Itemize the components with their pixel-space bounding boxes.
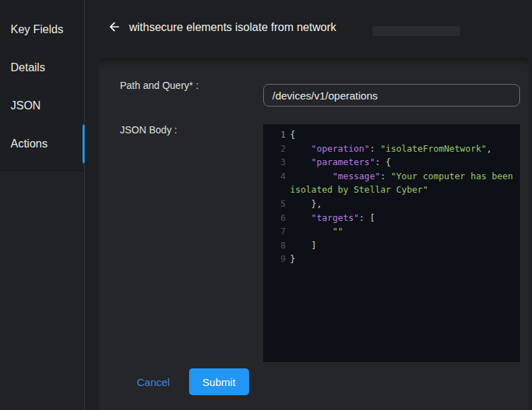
sidebar-nav: Key FieldsDetailsJSONActions bbox=[0, 0, 84, 171]
code-content: "operation": "isolateFromNetwork", bbox=[290, 142, 520, 156]
line-number: 5 bbox=[269, 197, 286, 211]
code-content: { bbox=[290, 128, 520, 142]
line-number: 1 bbox=[269, 128, 286, 142]
code-content: "targets": [ bbox=[290, 211, 520, 225]
code-line: 6 "targets": [ bbox=[269, 211, 520, 225]
line-number: 4 bbox=[269, 169, 286, 197]
json-code-editor[interactable]: 1{2 "operation": "isolateFromNetwork",3 … bbox=[263, 124, 520, 362]
sidebar-item-actions[interactable]: Actions bbox=[0, 125, 84, 163]
code-content: } bbox=[290, 252, 520, 266]
code-line: 5 }, bbox=[269, 197, 520, 211]
json-body-label: JSON Body : bbox=[120, 124, 263, 135]
path-query-input[interactable] bbox=[263, 84, 520, 107]
sidebar-item-key-fields[interactable]: Key Fields bbox=[0, 11, 84, 49]
code-content: "parameters": { bbox=[290, 155, 520, 169]
path-query-label: Path and Query* : bbox=[120, 80, 263, 91]
sidebar-item-details[interactable]: Details bbox=[0, 49, 84, 87]
form-card: Path and Query* : JSON Body : 1{2 "opera… bbox=[99, 58, 529, 410]
sidebar-item-label: JSON bbox=[11, 100, 41, 112]
code-line: 4 "message": "Your computer has been iso… bbox=[269, 169, 520, 197]
line-number: 2 bbox=[269, 142, 286, 156]
line-number: 6 bbox=[269, 211, 286, 225]
code-content: "message": "Your computer has been isola… bbox=[290, 169, 520, 197]
sidebar: Key FieldsDetailsJSONActions bbox=[0, 0, 85, 410]
code-line: 1{ bbox=[269, 128, 520, 142]
code-line: 9} bbox=[269, 252, 520, 266]
code-content: }, bbox=[290, 197, 520, 211]
line-number: 3 bbox=[269, 155, 286, 169]
main-panel: withsecure elements isolate from network… bbox=[85, 0, 532, 410]
sidebar-item-label: Details bbox=[11, 61, 45, 74]
code-content: "" bbox=[290, 224, 520, 239]
code-line: 2 "operation": "isolateFromNetwork", bbox=[269, 142, 520, 156]
code-line: 3 "parameters": { bbox=[269, 155, 520, 169]
line-number: 7 bbox=[269, 224, 286, 239]
sidebar-item-json[interactable]: JSON bbox=[0, 87, 84, 125]
submit-button[interactable]: Submit bbox=[189, 368, 249, 395]
app-window: Key FieldsDetailsJSONActions withsecure … bbox=[0, 0, 532, 410]
header: withsecure elements isolate from network bbox=[85, 0, 532, 58]
back-button[interactable] bbox=[103, 16, 126, 38]
sidebar-item-label: Actions bbox=[11, 138, 47, 150]
sidebar-item-label: Key Fields bbox=[11, 23, 64, 36]
arrow-left-icon bbox=[107, 20, 121, 34]
code-content: ] bbox=[290, 239, 520, 253]
redacted-text-block bbox=[373, 26, 460, 36]
page-title: withsecure elements isolate from network bbox=[129, 21, 336, 34]
json-body-row: JSON Body : 1{2 "operation": "isolateFro… bbox=[120, 124, 520, 362]
code-line: 8 ] bbox=[269, 239, 520, 253]
path-query-row: Path and Query* : bbox=[120, 80, 520, 107]
line-number: 9 bbox=[269, 252, 286, 266]
cancel-button[interactable]: Cancel bbox=[137, 376, 170, 388]
code-line: 7 "" bbox=[269, 224, 520, 239]
form-footer: Cancel Submit bbox=[137, 368, 529, 395]
line-number: 8 bbox=[269, 239, 286, 253]
